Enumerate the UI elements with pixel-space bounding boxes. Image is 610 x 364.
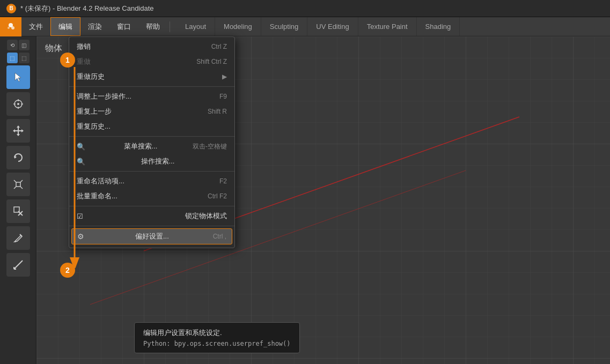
overlay-btn[interactable]: ◫ <box>19 40 30 50</box>
scale-tool-btn[interactable] <box>6 173 30 196</box>
blender-logo-icon: B <box>6 4 16 13</box>
svg-marker-15 <box>21 129 24 132</box>
select-options-btn[interactable]: ⬚ <box>19 53 30 63</box>
menu-item-repeat-history[interactable]: 重复历史... <box>69 119 234 134</box>
menu-search-shortcut: 双击-空格键 <box>193 142 227 151</box>
lock-object-mode-label: 锁定物体模式 <box>185 211 227 221</box>
svg-line-25 <box>14 261 23 269</box>
batch-rename-label: 批量重命名... <box>77 191 117 201</box>
separator-4 <box>69 206 234 206</box>
select-tool-btn[interactable] <box>6 65 30 89</box>
step-arrow-svg <box>67 64 83 268</box>
separator-1 <box>69 86 234 87</box>
svg-marker-14 <box>13 129 15 132</box>
toolbar-group-select <box>6 65 30 89</box>
menu-item-redo[interactable]: 重做 Shift Ctrl Z <box>69 54 234 69</box>
main-menu-items: 文件 编辑 渲染 窗口 帮助 <box>21 17 167 36</box>
workspace-tabs: Layout Modeling Sculpting UV Editing Tex… <box>177 17 460 36</box>
toolbar-group-transform <box>6 199 30 223</box>
toolbar-select-row: ⬚ ⬚ <box>7 53 30 63</box>
svg-line-21 <box>20 187 23 189</box>
annotate-tool-btn[interactable] <box>6 226 30 250</box>
svg-line-19 <box>20 180 23 182</box>
cursor-tool-btn[interactable] <box>6 92 30 116</box>
menu-item-preferences[interactable]: ⚙ 偏好设置... Ctrl , <box>71 228 232 244</box>
undo-label: 撤销 <box>77 42 91 51</box>
transform-icon <box>12 205 24 217</box>
svg-point-9 <box>17 103 19 105</box>
step-2-number: 2 <box>65 266 70 274</box>
transform-tool-btn[interactable] <box>6 199 30 223</box>
window-title: * (未保存) - Blender 4.2 Release Candidate <box>20 4 154 13</box>
preferences-label: 偏好设置... <box>135 232 169 241</box>
menu-item-repeat-last[interactable]: 重复上一步 Shift R <box>69 104 234 119</box>
svg-point-2 <box>11 26 14 29</box>
svg-marker-12 <box>17 125 20 128</box>
adjust-last-label: 调整上一步操作... <box>77 92 131 101</box>
step-2-indicator: 2 <box>60 263 75 278</box>
rotate-tool-btn[interactable] <box>6 146 30 169</box>
toolbar-top-row: ⟲ ◫ <box>7 40 30 50</box>
menu-item-redo-history[interactable]: 重做历史 ▶ <box>69 69 234 84</box>
menu-item-batch-rename[interactable]: 批量重命名... Ctrl F2 <box>69 189 234 204</box>
rotate-icon <box>12 152 24 164</box>
measure-icon <box>12 259 24 271</box>
toolbar-group-rotate <box>6 146 30 169</box>
menu-window[interactable]: 窗口 <box>109 17 138 36</box>
svg-point-3 <box>8 27 10 29</box>
menu-help[interactable]: 帮助 <box>138 17 167 36</box>
svg-marker-16 <box>14 155 17 159</box>
tab-sculpting[interactable]: Sculpting <box>261 17 307 36</box>
toolbar-group-annotate <box>6 226 30 250</box>
viewport-shading-btn[interactable]: ⟲ <box>7 40 18 50</box>
repeat-last-shortcut: Shift R <box>208 108 227 115</box>
separator-5 <box>69 226 234 226</box>
blender-menu-logo[interactable] <box>0 17 21 36</box>
titlebar: B * (未保存) - Blender 4.2 Release Candidat… <box>0 0 610 17</box>
move-tool-btn[interactable] <box>6 119 30 143</box>
cursor-icon <box>12 71 24 83</box>
tooltip-title: 编辑用户设置和系统设定. <box>143 328 291 338</box>
toolbar-group-move <box>6 119 30 143</box>
tab-shading[interactable]: Shading <box>417 17 460 36</box>
svg-line-18 <box>14 180 16 182</box>
menu-divider <box>170 21 170 32</box>
measure-tool-btn[interactable] <box>6 253 30 277</box>
menu-search-label: 菜单搜索... <box>124 142 158 151</box>
undo-shortcut: Ctrl Z <box>211 43 227 50</box>
tab-layout[interactable]: Layout <box>177 17 215 36</box>
menu-edit[interactable]: 编辑 <box>50 17 80 36</box>
menu-item-menu-search[interactable]: 🔍 菜单搜索... 双击-空格键 <box>69 139 234 154</box>
tooltip-python: Python: bpy.ops.screen.userpref_show() <box>143 340 291 347</box>
edit-dropdown-menu: 撤销 Ctrl Z 重做 Shift Ctrl Z 重做历史 ▶ 调整上一步操作… <box>69 36 235 248</box>
menu-item-undo[interactable]: 撤销 Ctrl Z <box>69 39 234 54</box>
menubar: 文件 编辑 渲染 窗口 帮助 Layout Modeling Sculpting… <box>0 17 610 36</box>
select-box-btn[interactable]: ⬚ <box>7 53 18 63</box>
op-search-label: 操作搜索... <box>141 157 175 166</box>
step-1-number: 1 <box>65 56 70 64</box>
preferences-tooltip: 编辑用户设置和系统设定. Python: bpy.ops.screen.user… <box>134 322 300 353</box>
menu-item-rename-active[interactable]: 重命名活动项... F2 <box>69 174 234 189</box>
left-toolbar: ⟲ ◫ ⬚ ⬚ <box>0 36 36 364</box>
menu-item-adjust-last[interactable]: 调整上一步操作... F9 <box>69 89 234 104</box>
menu-item-op-search[interactable]: 🔍 操作搜索... <box>69 154 234 169</box>
tab-uv-editing[interactable]: UV Editing <box>307 17 358 36</box>
adjust-last-shortcut: F9 <box>219 93 227 100</box>
toolbar-group-cursor <box>6 92 30 116</box>
preferences-shortcut: Ctrl , <box>213 233 226 240</box>
tab-modeling[interactable]: Modeling <box>215 17 261 36</box>
svg-line-20 <box>14 187 16 189</box>
menu-item-lock-object-mode[interactable]: ☑ 锁定物体模式 <box>69 209 234 224</box>
viewport-mode-label: 物体 <box>45 43 62 54</box>
menu-render[interactable]: 渲染 <box>80 17 109 36</box>
rename-active-label: 重命名活动项... <box>77 176 124 186</box>
separator-2 <box>69 136 234 137</box>
tab-texture-paint[interactable]: Texture Paint <box>358 17 417 36</box>
toolbar-group-measure <box>6 253 30 277</box>
pencil-icon <box>12 232 24 244</box>
redo-shortcut: Shift Ctrl Z <box>196 58 227 65</box>
menu-file[interactable]: 文件 <box>21 17 50 36</box>
svg-marker-13 <box>17 134 20 136</box>
rename-active-shortcut: F2 <box>219 177 227 185</box>
blender-logo-svg <box>4 20 17 33</box>
